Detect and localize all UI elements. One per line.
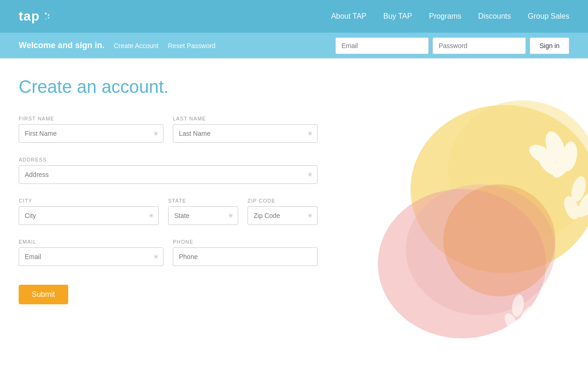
- city-state-zip-row: CITY ✳ STATE ✳ ZIP CODE ✳: [19, 198, 318, 225]
- phone-group: PHONE: [173, 239, 318, 266]
- state-group: STATE ✳: [168, 198, 238, 225]
- svg-point-9: [542, 129, 569, 165]
- svg-point-4: [411, 105, 588, 273]
- first-name-wrapper: ✳: [19, 124, 163, 143]
- logo: tap: [19, 9, 50, 24]
- address-row: ADDRESS ✳: [19, 157, 318, 184]
- reset-password-link[interactable]: Reset Password: [168, 42, 215, 49]
- svg-point-13: [526, 141, 556, 167]
- nav-group-sales[interactable]: Group Sales: [528, 12, 569, 21]
- zip-wrapper: ✳: [248, 206, 318, 225]
- nav-buy-tap[interactable]: Buy TAP: [383, 12, 412, 21]
- first-name-input[interactable]: [19, 124, 163, 143]
- city-required-icon: ✳: [149, 212, 154, 219]
- email-input[interactable]: [335, 37, 429, 54]
- zip-group: ZIP CODE ✳: [248, 198, 318, 225]
- svg-point-20: [511, 315, 534, 334]
- create-account-form: FIRST NAME ✳ LAST NAME ✳ ADDRESS: [19, 116, 318, 304]
- first-name-label: FIRST NAME: [19, 116, 163, 121]
- name-row: FIRST NAME ✳ LAST NAME ✳: [19, 116, 318, 143]
- last-name-label: LAST NAME: [173, 116, 318, 121]
- nav-about-tap[interactable]: About TAP: [331, 12, 367, 21]
- address-wrapper: ✳: [19, 165, 318, 184]
- page-title: Create an account.: [19, 77, 569, 97]
- email-group: EMAIL ✳: [19, 239, 163, 266]
- svg-point-3: [45, 19, 47, 20]
- logo-text: tap: [19, 9, 40, 24]
- svg-point-16: [571, 200, 588, 220]
- last-name-wrapper: ✳: [173, 124, 318, 143]
- svg-point-6: [378, 189, 546, 338]
- nav-discounts[interactable]: Discounts: [478, 12, 511, 21]
- city-input[interactable]: [19, 206, 159, 225]
- last-name-group: LAST NAME ✳: [173, 116, 318, 143]
- phone-label: PHONE: [173, 239, 318, 245]
- email-label: EMAIL: [19, 239, 163, 245]
- email-phone-row: EMAIL ✳ PHONE: [19, 239, 318, 266]
- email-wrapper: ✳: [19, 247, 163, 266]
- svg-point-15: [576, 188, 588, 213]
- sub-nav-right: Sign in: [335, 37, 569, 54]
- sign-in-button[interactable]: Sign in: [530, 37, 569, 54]
- sub-navigation: Welcome and sign in. Create Account Rese…: [0, 33, 588, 58]
- zip-label: ZIP CODE: [248, 198, 318, 204]
- city-group: CITY ✳: [19, 198, 159, 225]
- svg-point-5: [448, 100, 588, 240]
- nav-links: About TAP Buy TAP Programs Discounts Gro…: [331, 12, 569, 21]
- svg-point-19: [517, 304, 537, 327]
- email-required-icon: ✳: [153, 253, 159, 260]
- phone-wrapper: [173, 247, 318, 266]
- svg-point-8: [443, 184, 555, 296]
- submit-button[interactable]: Submit: [19, 285, 68, 304]
- first-name-required-icon: ✳: [153, 130, 159, 137]
- svg-point-0: [45, 13, 47, 14]
- svg-point-2: [48, 17, 50, 19]
- address-label: ADDRESS: [19, 157, 318, 162]
- svg-point-17: [561, 194, 582, 221]
- create-account-link[interactable]: Create Account: [114, 42, 159, 49]
- svg-point-18: [510, 294, 525, 317]
- sub-nav-left: Welcome and sign in. Create Account Rese…: [19, 41, 215, 50]
- first-name-group: FIRST NAME ✳: [19, 116, 163, 143]
- main-content: Create an account. FIRST NAME ✳ LAST NAM…: [0, 58, 588, 357]
- svg-point-14: [569, 175, 588, 203]
- welcome-text: Welcome and sign in.: [19, 41, 105, 50]
- address-group: ADDRESS ✳: [19, 157, 318, 184]
- address-required-icon: ✳: [307, 171, 313, 178]
- phone-input[interactable]: [173, 247, 318, 266]
- svg-point-11: [549, 150, 575, 181]
- logo-icon: [42, 12, 50, 21]
- nav-programs[interactable]: Programs: [429, 12, 461, 21]
- city-label: CITY: [19, 198, 159, 204]
- last-name-input[interactable]: [173, 124, 318, 143]
- email-field[interactable]: [19, 247, 163, 266]
- svg-point-12: [534, 148, 563, 178]
- svg-point-10: [560, 140, 580, 173]
- svg-point-21: [503, 311, 520, 333]
- watercolor-decoration: [354, 86, 588, 348]
- zip-required-icon: ✳: [307, 212, 313, 219]
- last-name-required-icon: ✳: [307, 130, 313, 137]
- state-required-icon: ✳: [228, 212, 234, 219]
- svg-point-7: [406, 184, 555, 315]
- state-label: STATE: [168, 198, 238, 204]
- password-input[interactable]: [432, 37, 526, 54]
- state-wrapper: ✳: [168, 206, 238, 225]
- address-input[interactable]: [19, 165, 318, 184]
- top-navigation: tap About TAP Buy TAP Programs Discounts…: [0, 0, 588, 33]
- svg-point-1: [48, 14, 50, 16]
- city-wrapper: ✳: [19, 206, 159, 225]
